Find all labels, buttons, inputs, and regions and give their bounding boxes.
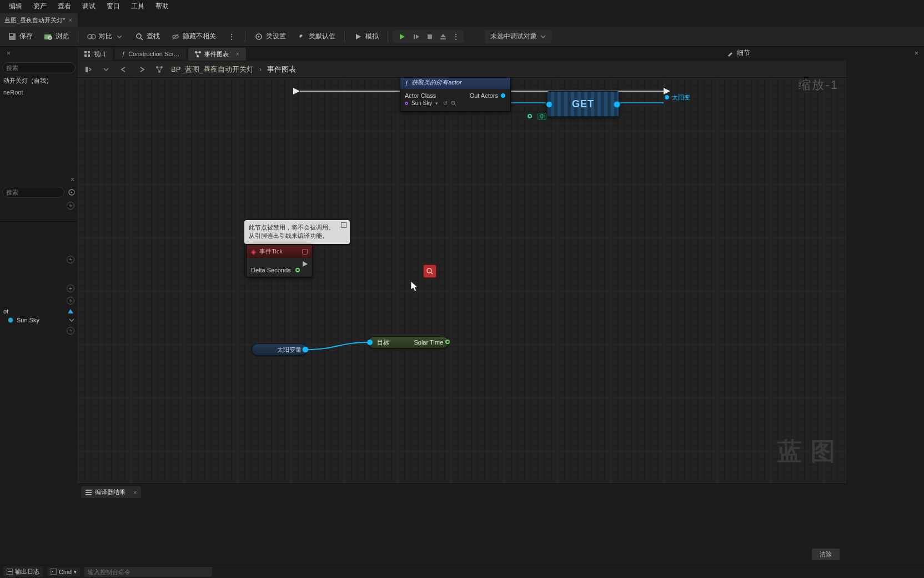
my-blueprint-search[interactable]: 搜索 xyxy=(2,187,64,198)
variable-parent[interactable]: ot xyxy=(0,307,78,316)
section-functions[interactable]: + xyxy=(0,253,78,266)
pin-exec-out[interactable] xyxy=(303,261,308,267)
node-header[interactable]: ◈ 事件Tick xyxy=(247,245,312,258)
section-variables[interactable]: + xyxy=(0,295,78,307)
output-log-label: 输出日志 xyxy=(15,567,39,576)
close-icon[interactable]: × xyxy=(7,49,11,57)
tab-construction[interactable]: ƒ Construction Scr… xyxy=(115,48,186,59)
stop-icon xyxy=(426,33,434,41)
pin-delta-seconds[interactable] xyxy=(295,268,300,272)
find-button[interactable]: 查找 xyxy=(130,29,164,43)
pin-solar-time-out[interactable] xyxy=(445,340,450,344)
find-results-marker[interactable] xyxy=(423,265,436,278)
add-icon[interactable]: + xyxy=(67,202,74,210)
pin-array-in[interactable] xyxy=(546,102,552,107)
tooltip-text: 此节点被禁用，将不会被调用。 从引脚连出引线来编译功能。 xyxy=(249,224,334,239)
eject-button[interactable] xyxy=(437,32,449,42)
menu-window[interactable]: 窗口 xyxy=(101,0,125,13)
menu-view[interactable]: 查看 xyxy=(52,0,77,13)
close-icon[interactable]: × xyxy=(235,51,239,57)
node-title: 事件Tick xyxy=(259,247,283,256)
search-icon[interactable] xyxy=(451,101,456,106)
nav-forward-button[interactable] xyxy=(135,63,148,76)
event-graph-canvas[interactable]: 缩放-1 ƒ 获取类的所有actor xyxy=(78,78,846,484)
step-button[interactable] xyxy=(410,32,423,42)
node-array-get[interactable]: 0 GET xyxy=(547,91,619,117)
variable-sun-sky[interactable]: Sun Sky xyxy=(0,316,78,325)
hide-unrelated-button[interactable]: 隐藏不相关 xyxy=(167,29,220,43)
pin-sun-variable[interactable]: 太阳变 xyxy=(664,92,697,103)
add-icon[interactable]: + xyxy=(67,256,74,263)
close-icon[interactable]: × xyxy=(915,49,918,57)
close-icon[interactable]: × xyxy=(71,176,74,183)
actor-class-value[interactable]: Sun Sky xyxy=(411,100,432,106)
pin-index[interactable] xyxy=(528,114,532,118)
play-more-button[interactable]: ⋮ xyxy=(450,32,461,42)
tab-viewport[interactable]: 视口 xyxy=(78,48,113,61)
node-solar-time[interactable]: 目标 Solar Time xyxy=(368,336,449,348)
compiler-results-tab[interactable]: 编译器结果 × xyxy=(81,486,141,498)
debug-target-dropdown[interactable]: 未选中调试对象 xyxy=(485,30,551,43)
components-search[interactable]: 搜索 xyxy=(2,62,76,73)
menu-asset[interactable]: 资产 xyxy=(28,0,52,13)
breakpoint-toggle[interactable] xyxy=(302,249,308,255)
breadcrumb-root[interactable]: BP_蓝图_昼夜自动开关灯 xyxy=(171,64,254,74)
node-event-tick[interactable]: ◈ 事件Tick Delta Seconds xyxy=(246,245,313,277)
node-header[interactable]: ƒ 获取类的所有actor xyxy=(400,78,510,89)
component-self-item[interactable]: 动开关灯（自我） xyxy=(0,74,78,87)
chevron-down-icon[interactable]: ▾ xyxy=(435,101,438,106)
pin-target-in[interactable] xyxy=(367,340,373,345)
tab-event-graph[interactable]: 事件图表 × xyxy=(188,48,245,61)
section-macros[interactable]: + xyxy=(0,282,78,295)
menu-tools[interactable]: 工具 xyxy=(125,0,150,13)
toolbar-more-1[interactable]: ⋮ xyxy=(223,30,240,43)
cmd-type-dropdown[interactable]: Cmd ▾ xyxy=(47,567,80,576)
graph-menu-button[interactable] xyxy=(82,63,94,76)
menu-bar: 编辑 资产 查看 调试 窗口 工具 帮助 xyxy=(0,0,924,12)
play-button[interactable] xyxy=(395,32,409,42)
add-icon[interactable]: + xyxy=(67,327,74,335)
breadcrumb-leaf[interactable]: 事件图表 xyxy=(267,64,296,74)
section-event-dispatchers[interactable]: + xyxy=(0,325,78,337)
node-variable-get[interactable]: 太阳变量 xyxy=(252,343,307,356)
debug-target-label: 未选中调试对象 xyxy=(490,32,537,41)
chevron-down-icon[interactable] xyxy=(115,32,124,41)
pin-value-out[interactable] xyxy=(303,347,308,352)
close-icon[interactable]: × xyxy=(68,17,72,23)
pin-item-out[interactable] xyxy=(614,102,620,107)
folder-search-icon xyxy=(44,32,53,41)
gear-icon[interactable] xyxy=(68,188,76,196)
eye-off-icon xyxy=(171,32,180,41)
node-get-all-actors[interactable]: ƒ 获取类的所有actor Actor Class Out Actors Sun… xyxy=(400,78,511,112)
stop-button[interactable] xyxy=(424,32,436,42)
reset-icon[interactable]: ↺ xyxy=(443,100,448,106)
diff-button[interactable]: 对比 xyxy=(83,29,128,43)
svg-rect-19 xyxy=(88,51,90,53)
nav-back-button[interactable] xyxy=(118,63,130,76)
class-defaults-button[interactable]: 类默认值 xyxy=(293,29,340,43)
menu-edit[interactable]: 编辑 xyxy=(3,0,28,13)
add-icon[interactable]: + xyxy=(67,285,74,292)
svg-point-6 xyxy=(137,34,141,38)
save-button[interactable]: 保存 xyxy=(3,29,37,43)
close-icon[interactable]: × xyxy=(133,489,137,496)
output-log-button[interactable]: 输出日志 xyxy=(3,566,43,577)
component-root-item[interactable]: neRoot xyxy=(0,87,78,97)
index-value[interactable]: 0 xyxy=(538,113,546,120)
chevron-down-icon[interactable] xyxy=(69,317,74,323)
menu-help[interactable]: 帮助 xyxy=(150,0,174,13)
svg-rect-50 xyxy=(51,569,57,575)
add-icon[interactable]: + xyxy=(67,297,74,305)
menu-debug[interactable]: 调试 xyxy=(77,0,101,13)
chevron-down-icon[interactable] xyxy=(100,63,112,76)
browse-button[interactable]: 浏览 xyxy=(39,29,73,43)
document-tab[interactable]: 蓝图_昼夜自动开关灯* × xyxy=(0,13,78,27)
pin-out-actors[interactable] xyxy=(500,93,506,98)
pin-actor-class[interactable] xyxy=(405,102,408,105)
simulate-button[interactable]: 模拟 xyxy=(349,29,383,43)
clear-button[interactable]: 清除 xyxy=(812,549,840,560)
console-command-input[interactable] xyxy=(84,567,212,577)
class-settings-button[interactable]: 类设置 xyxy=(250,29,290,43)
pin-data[interactable] xyxy=(664,94,670,100)
section-graphs[interactable]: + xyxy=(0,200,78,212)
